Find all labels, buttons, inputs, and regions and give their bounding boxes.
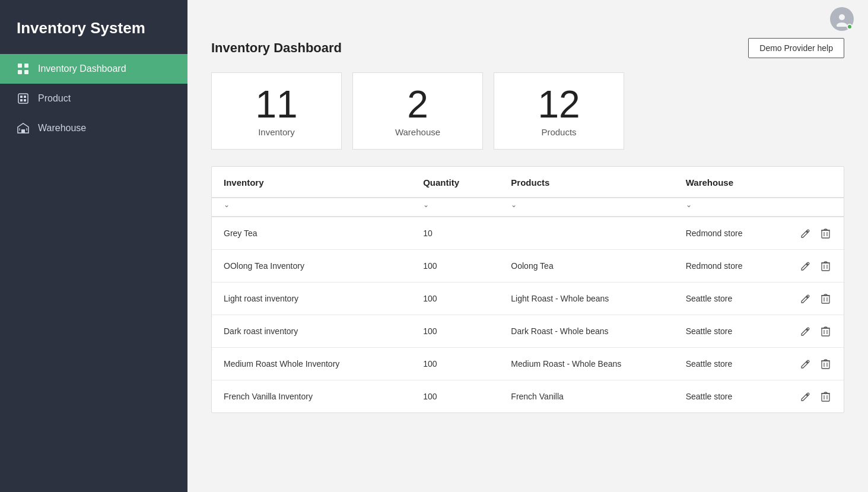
cell-quantity-3: 100 bbox=[411, 315, 499, 348]
svg-rect-30 bbox=[822, 361, 829, 369]
stat-card-products: 12 Products bbox=[494, 72, 624, 150]
edit-icon-0[interactable] bbox=[799, 227, 812, 240]
delete-icon-2[interactable] bbox=[819, 292, 832, 305]
inventory-table: Inventory Quantity Products Warehouse ⌄ bbox=[212, 167, 844, 412]
stat-cards: 11 Inventory 2 Warehouse 12 Products bbox=[211, 72, 844, 150]
table-row: Light roast inventory 100 Light Roast - … bbox=[212, 282, 844, 315]
cell-inventory-4: Medium Roast Whole Inventory bbox=[212, 348, 411, 380]
dashboard-icon bbox=[17, 62, 30, 75]
edit-icon-5[interactable] bbox=[799, 390, 812, 403]
inventory-table-container: Inventory Quantity Products Warehouse ⌄ bbox=[211, 166, 844, 413]
delete-icon-5[interactable] bbox=[819, 390, 832, 403]
cell-actions-4 bbox=[787, 348, 844, 380]
warehouse-filter[interactable]: ⌄ bbox=[686, 201, 775, 209]
products-count: 12 bbox=[538, 85, 580, 123]
delete-icon-0[interactable] bbox=[819, 227, 832, 240]
cell-products-4: Medium Roast - Whole Beans bbox=[499, 348, 673, 380]
sidebar-item-warehouse[interactable]: Warehouse bbox=[0, 113, 187, 143]
table-row: Grey Tea 10 Redmond store bbox=[212, 217, 844, 250]
col-header-quantity: Quantity bbox=[411, 167, 499, 198]
table-row: Dark roast inventory 100 Dark Roast - Wh… bbox=[212, 315, 844, 348]
sidebar-item-product-label: Product bbox=[38, 93, 71, 104]
sidebar-item-dashboard-label: Inventory Dashboard bbox=[38, 64, 126, 74]
products-filter[interactable]: ⌄ bbox=[511, 201, 662, 209]
cell-inventory-3: Dark roast inventory bbox=[212, 315, 411, 348]
cell-warehouse-1: Redmond store bbox=[674, 250, 787, 282]
demo-help-button[interactable]: Demo Provider help bbox=[748, 38, 844, 58]
sidebar-nav: Inventory Dashboard Product bbox=[0, 54, 187, 143]
svg-rect-14 bbox=[822, 230, 829, 238]
cell-products-3: Dark Roast - Whole beans bbox=[499, 315, 673, 348]
cell-products-5: French Vanilla bbox=[499, 380, 673, 413]
stat-card-warehouse: 2 Warehouse bbox=[352, 72, 483, 150]
user-avatar[interactable] bbox=[830, 7, 854, 31]
svg-rect-6 bbox=[24, 96, 26, 98]
cell-actions-3 bbox=[787, 315, 844, 348]
topbar bbox=[187, 0, 868, 38]
svg-rect-0 bbox=[18, 64, 22, 68]
edit-icon-4[interactable] bbox=[799, 357, 812, 370]
delete-icon-4[interactable] bbox=[819, 357, 832, 370]
cell-actions-5 bbox=[787, 380, 844, 413]
dashboard: Inventory Dashboard Demo Provider help 1… bbox=[187, 38, 868, 492]
edit-icon-1[interactable] bbox=[799, 259, 812, 272]
table-row: Medium Roast Whole Inventory 100 Medium … bbox=[212, 348, 844, 380]
svg-rect-26 bbox=[822, 328, 829, 336]
warehouse-icon bbox=[17, 122, 30, 135]
app-title: Inventory System bbox=[0, 0, 187, 54]
warehouse-filter-chevron: ⌄ bbox=[686, 201, 692, 209]
warehouse-label: Warehouse bbox=[395, 127, 440, 137]
svg-rect-18 bbox=[822, 263, 829, 271]
cell-warehouse-4: Seattle store bbox=[674, 348, 787, 380]
inventory-filter-chevron: ⌄ bbox=[224, 201, 230, 209]
svg-point-13 bbox=[837, 23, 847, 27]
inventory-filter[interactable]: ⌄ bbox=[224, 201, 399, 209]
cell-inventory-1: OOlong Tea Inventory bbox=[212, 250, 411, 282]
svg-rect-8 bbox=[24, 99, 26, 101]
cell-quantity-5: 100 bbox=[411, 380, 499, 413]
table-row: French Vanilla Inventory 100 French Vani… bbox=[212, 380, 844, 413]
cell-products-2: Light Roast - Whole beans bbox=[499, 282, 673, 315]
col-header-warehouse: Warehouse bbox=[674, 167, 787, 198]
cell-products-0 bbox=[499, 217, 673, 250]
cell-warehouse-0: Redmond store bbox=[674, 217, 787, 250]
page-title: Inventory Dashboard bbox=[211, 40, 342, 56]
edit-icon-3[interactable] bbox=[799, 325, 812, 338]
cell-actions-1 bbox=[787, 250, 844, 282]
col-header-actions bbox=[787, 167, 844, 198]
cell-quantity-1: 100 bbox=[411, 250, 499, 282]
dashboard-header: Inventory Dashboard Demo Provider help bbox=[211, 38, 844, 58]
edit-icon-2[interactable] bbox=[799, 292, 812, 305]
col-header-products: Products bbox=[499, 167, 673, 198]
quantity-filter[interactable]: ⌄ bbox=[423, 201, 487, 209]
sidebar-item-product[interactable]: Product bbox=[0, 84, 187, 113]
svg-rect-34 bbox=[822, 393, 829, 401]
warehouse-count: 2 bbox=[407, 85, 428, 123]
cell-inventory-2: Light roast inventory bbox=[212, 282, 411, 315]
inventory-label: Inventory bbox=[258, 127, 295, 137]
svg-rect-2 bbox=[18, 70, 22, 74]
cell-actions-2 bbox=[787, 282, 844, 315]
delete-icon-3[interactable] bbox=[819, 325, 832, 338]
svg-rect-5 bbox=[20, 96, 23, 98]
cell-warehouse-2: Seattle store bbox=[674, 282, 787, 315]
svg-rect-22 bbox=[822, 296, 829, 303]
svg-rect-1 bbox=[24, 64, 28, 68]
inventory-count: 11 bbox=[255, 85, 297, 123]
cell-quantity-0: 10 bbox=[411, 217, 499, 250]
svg-rect-7 bbox=[20, 99, 23, 101]
sidebar: Inventory System Inventory Dashboard bbox=[0, 0, 187, 492]
cell-quantity-2: 100 bbox=[411, 282, 499, 315]
cell-quantity-4: 100 bbox=[411, 348, 499, 380]
delete-icon-1[interactable] bbox=[819, 259, 832, 272]
cell-actions-0 bbox=[787, 217, 844, 250]
svg-rect-4 bbox=[18, 94, 28, 103]
stat-card-inventory: 11 Inventory bbox=[211, 72, 342, 150]
cell-products-1: Oolong Tea bbox=[499, 250, 673, 282]
cell-inventory-0: Grey Tea bbox=[212, 217, 411, 250]
svg-rect-9 bbox=[21, 129, 25, 133]
table-row: OOlong Tea Inventory 100 Oolong Tea Redm… bbox=[212, 250, 844, 282]
svg-rect-3 bbox=[24, 70, 28, 74]
sidebar-item-dashboard[interactable]: Inventory Dashboard bbox=[0, 54, 187, 84]
quantity-filter-chevron: ⌄ bbox=[423, 201, 429, 209]
